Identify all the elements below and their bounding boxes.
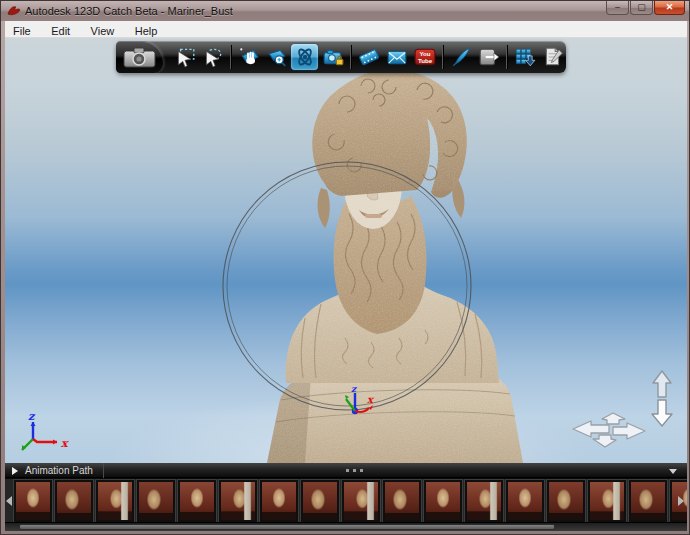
maximize-button[interactable]: ▢ xyxy=(630,1,653,15)
menu-help[interactable]: Help xyxy=(127,23,166,39)
mesh-download-icon xyxy=(514,46,536,68)
animation-thumbnail[interactable] xyxy=(96,480,134,522)
horizontal-scrollbar[interactable] xyxy=(5,522,687,531)
camera-icon xyxy=(122,45,158,69)
animation-thumbnail[interactable] xyxy=(55,480,93,522)
panel-grip[interactable] xyxy=(346,469,363,472)
share-youtube-button[interactable]: You Tube xyxy=(411,44,438,70)
animation-thumbnail[interactable] xyxy=(137,480,175,522)
rect-select-cursor-icon xyxy=(174,46,196,68)
edit-document-button[interactable] xyxy=(539,44,566,70)
menu-view[interactable]: View xyxy=(83,23,123,39)
navigation-arrows-widget[interactable] xyxy=(569,367,681,451)
animation-thumbnail[interactable] xyxy=(383,480,421,522)
orbit-icon xyxy=(294,46,316,68)
pan-button[interactable] xyxy=(235,44,262,70)
axis-triad-widget: z x xyxy=(15,409,73,455)
scroll-left-icon[interactable] xyxy=(6,496,12,506)
nav-back-arrow xyxy=(593,435,616,447)
bust-model[interactable] xyxy=(255,66,535,463)
minimize-button[interactable]: – xyxy=(606,1,629,15)
title-bar[interactable]: Autodesk 123D Catch Beta - Mariner_Bust … xyxy=(1,1,689,21)
export-icon xyxy=(478,46,500,68)
youtube-icon: You Tube xyxy=(414,46,436,68)
create-video-button[interactable] xyxy=(355,44,382,70)
pan-hand-icon xyxy=(238,46,260,68)
animation-path-bar: Animation Path xyxy=(5,463,687,478)
generate-mesh-button[interactable] xyxy=(511,44,538,70)
nav-up-arrow xyxy=(653,371,671,397)
animation-thumbnail[interactable] xyxy=(424,480,462,522)
animation-thumbnail[interactable] xyxy=(178,480,216,522)
document-edit-icon xyxy=(542,46,564,68)
camera-lock-icon xyxy=(322,46,344,68)
annotate-button[interactable] xyxy=(447,44,474,70)
zoom-view-button[interactable] xyxy=(263,44,290,70)
scroll-right-icon[interactable] xyxy=(678,496,684,506)
thumbnail-strip xyxy=(5,478,687,522)
app-logo-icon xyxy=(7,5,21,17)
export-button[interactable] xyxy=(475,44,502,70)
nav-right-arrow xyxy=(613,423,645,439)
nav-forward-arrow xyxy=(602,413,625,424)
email-icon xyxy=(386,46,408,68)
animation-thumbnail[interactable] xyxy=(588,480,626,522)
lasso-select-cursor-icon xyxy=(202,46,224,68)
camera-view-lock-button[interactable] xyxy=(319,44,346,70)
animation-thumbnail[interactable] xyxy=(342,480,380,522)
animation-thumbnail[interactable] xyxy=(547,480,585,522)
share-email-button[interactable] xyxy=(383,44,410,70)
app-window: Autodesk 123D Catch Beta - Mariner_Bust … xyxy=(0,0,690,535)
select-lasso-button[interactable] xyxy=(199,44,226,70)
zoom-view-icon xyxy=(266,46,288,68)
orbit-button[interactable] xyxy=(291,44,318,70)
close-button[interactable]: ✕ xyxy=(654,1,685,15)
scrollbar-thumb[interactable] xyxy=(19,524,555,530)
window-title: Autodesk 123D Catch Beta - Mariner_Bust xyxy=(25,1,233,21)
svg-text:z: z xyxy=(351,384,357,394)
menu-file[interactable]: File xyxy=(5,23,39,39)
capture-photos-button[interactable] xyxy=(116,41,163,73)
panel-menu-arrow-icon[interactable] xyxy=(669,469,677,474)
animation-thumbnail[interactable] xyxy=(14,480,52,522)
svg-text:Tube: Tube xyxy=(417,57,432,64)
svg-text:x: x xyxy=(61,437,69,450)
select-rectangle-button[interactable] xyxy=(171,44,198,70)
animation-thumbnail[interactable] xyxy=(465,480,503,522)
menu-bar: File Edit View Help xyxy=(5,21,687,38)
animation-thumbnail[interactable] xyxy=(260,480,298,522)
viewport-3d[interactable]: z x xyxy=(5,38,687,463)
animation-thumbnail[interactable] xyxy=(629,480,667,522)
expand-triangle-icon[interactable] xyxy=(12,467,18,475)
svg-text:z: z xyxy=(28,410,36,423)
menu-edit[interactable]: Edit xyxy=(43,23,78,39)
animation-thumbnail[interactable] xyxy=(301,480,339,522)
nav-down-arrow xyxy=(652,400,672,426)
animation-thumbnail[interactable] xyxy=(506,480,544,522)
animation-path-label: Animation Path xyxy=(25,463,104,478)
quill-pen-icon xyxy=(450,46,472,68)
animation-thumbnail[interactable] xyxy=(219,480,257,522)
main-toolbar: You Tube xyxy=(116,41,566,73)
filmstrip-icon xyxy=(358,46,380,68)
